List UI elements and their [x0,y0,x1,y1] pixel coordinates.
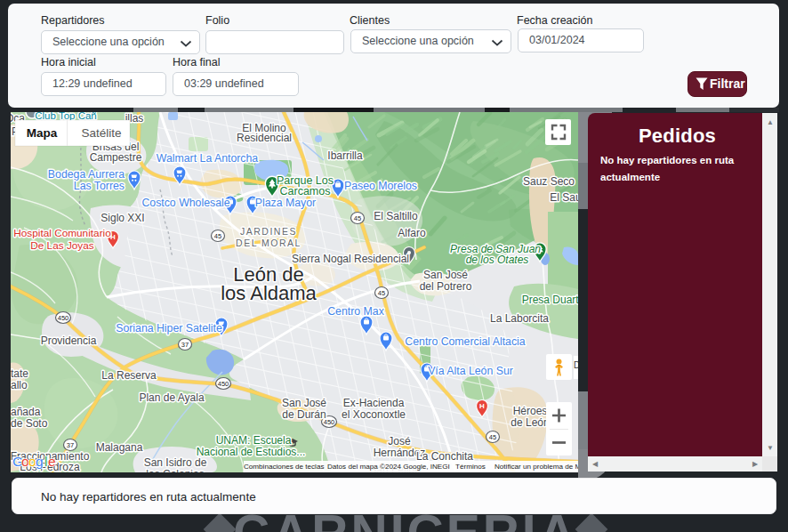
svg-text:de Durán: de Durán [282,408,326,421]
svg-text:Nacional de Estudios...: Nacional de Estudios... [197,446,306,458]
svg-text:UNAM: Escuela: UNAM: Escuela [216,434,292,447]
svg-text:Soriana Hiper Satelite: Soriana Hiper Satelite [116,322,222,335]
svg-text:Plan de Ayala: Plan de Ayala [139,391,204,404]
svg-text:Centro Max: Centro Max [327,305,384,318]
svg-text:Héroes: Héroes [513,405,548,417]
svg-text:de León: de León [511,416,549,429]
svg-text:El Sauz: El Sauz [550,191,578,204]
svg-text:37: 37 [181,341,189,349]
svg-text:San José: San José [282,397,326,409]
svg-text:La Conchita: La Conchita [416,450,473,463]
svg-text:Mapa: Mapa [27,126,58,140]
svg-text:los Aldama: los Aldama [221,282,317,304]
svg-text:45: 45 [378,289,385,297]
svg-text:DEL MORAL: DEL MORAL [236,238,302,248]
svg-text:Sierra Nogal Residencial: Sierra Nogal Residencial [292,253,409,265]
svg-text:Notificar un problema de Maps: Notificar un problema de Maps [495,463,578,471]
svg-text:Centro Comercial Altacia: Centro Comercial Altacia [405,335,525,348]
svg-text:San Isidro de: San Isidro de [144,456,207,469]
svg-text:Ibarrilla: Ibarrilla [327,149,363,162]
svg-text:Hospital Comunitario: Hospital Comunitario [13,227,111,239]
svg-text:San José: San José [423,269,468,281]
svg-text:tate: tate [11,367,28,380]
svg-text:D: D [574,360,578,370]
svg-text:Siglo XXI: Siglo XXI [101,212,144,224]
svg-text:Residencial: Residencial [237,132,292,144]
svg-text:H: H [110,233,116,241]
svg-text:Plaza Mayor: Plaza Mayor [255,197,316,209]
svg-text:e: e [48,454,56,469]
svg-text:Carcamos: Carcamos [280,185,331,197]
svg-text:Bodega Aurrera: Bodega Aurrera [48,168,125,181]
svg-text:José: José [388,435,411,447]
svg-text:Walmart La Antorcha: Walmart La Antorcha [157,152,259,165]
svg-text:Campestre: Campestre [90,151,142,164]
svg-text:de los Otates: de los Otates [466,254,529,266]
svg-text:H: H [479,402,485,410]
svg-text:Paseo Morelos: Paseo Morelos [344,180,417,192]
svg-text:Costco Wholesale: Costco Wholesale [141,197,229,209]
svg-text:Las Torres: Las Torres [74,180,125,192]
svg-text:45: 45 [214,232,221,240]
svg-text:añada: añada [11,406,41,418]
svg-text:450: 450 [58,314,69,322]
svg-text:Malagana: Malagana [96,441,143,454]
svg-text:Ex-Hacienda: Ex-Hacienda [343,397,405,409]
svg-text:g: g [36,454,44,469]
svg-text:Alfaro: Alfaro [398,227,426,239]
svg-text:La Laborcita: La Laborcita [490,312,549,325]
svg-text:allo: allo [11,379,28,391]
svg-text:l: l [44,454,47,469]
svg-text:37: 37 [67,441,74,449]
svg-text:Vía Alta León Sur: Vía Alta León Sur [428,365,513,377]
svg-text:JARDINES: JARDINES [240,226,297,237]
svg-text:El Saltillo: El Saltillo [374,210,418,222]
svg-text:Combinaciones de teclas: Combinaciones de teclas [244,463,324,471]
svg-text:Términos: Términos [455,463,486,471]
svg-text:Datos del mapa ©2024 Google, I: Datos del mapa ©2024 Google, INEGI [327,463,450,471]
svg-text:De Las Joyas: De Las Joyas [30,239,94,252]
svg-text:La Reserva: La Reserva [101,369,157,382]
svg-text:Providencia: Providencia [41,335,97,347]
svg-text:del Potrero: del Potrero [420,280,472,293]
svg-text:Satélite: Satélite [81,126,121,140]
svg-text:45: 45 [354,214,361,222]
svg-text:las Colonias: las Colonias [146,468,204,472]
svg-text:45: 45 [489,433,496,441]
svg-text:450: 450 [218,380,229,388]
svg-text:el Xoconoxtle: el Xoconoxtle [342,408,406,421]
svg-text:Presa Duarte: Presa Duarte [522,294,578,306]
svg-text:Club Top Cañ: Club Top Cañ [35,112,96,121]
svg-text:de Soto: de Soto [11,417,48,430]
svg-text:Sauz Seco: Sauz Seco [523,175,575,188]
